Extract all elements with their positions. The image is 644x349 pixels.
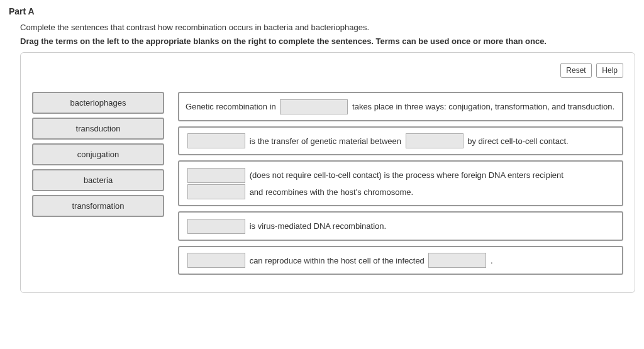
sentence-text: . — [491, 255, 493, 265]
sentence-text: and recombines with the host's chromosom… — [250, 187, 413, 196]
part-label: Part A — [9, 6, 635, 16]
drop-blank[interactable] — [280, 99, 348, 114]
sentence-5: can reproduce within the host cell of th… — [178, 246, 623, 275]
term-bacteria[interactable]: bacteria — [32, 169, 164, 191]
term-bacteriophages[interactable]: bacteriophages — [32, 92, 164, 114]
term-conjugation[interactable]: conjugation — [32, 143, 164, 165]
drop-blank[interactable] — [187, 184, 245, 199]
sentence-text: can reproduce within the host cell of th… — [250, 255, 427, 265]
term-transduction[interactable]: transduction — [32, 118, 164, 140]
sentence-text: by direct cell-to-cell contact. — [467, 136, 568, 145]
drop-blank[interactable] — [406, 133, 464, 148]
instructions: Complete the sentences that contrast how… — [20, 21, 635, 47]
sentence-text: is the transfer of genetic material betw… — [250, 136, 404, 145]
exercise-panel: Reset Help bacteriophages transduction c… — [20, 52, 635, 293]
terms-column: bacteriophages transduction conjugation … — [32, 92, 164, 221]
sentence-3: (does not require cell-to-cell contact) … — [178, 160, 623, 206]
sentence-1: Genetic recombination in takes place in … — [178, 92, 623, 121]
term-transformation[interactable]: transformation — [32, 195, 164, 217]
sentence-text: takes place in three ways: conjugation, … — [352, 102, 614, 111]
drop-blank[interactable] — [187, 219, 245, 234]
drop-blank[interactable] — [187, 253, 245, 268]
sentence-text: Genetic recombination in — [186, 102, 278, 111]
sentence-4: is virus-mediated DNA recombination. — [178, 211, 623, 241]
sentence-2: is the transfer of genetic material betw… — [178, 126, 623, 156]
sentences-column: Genetic recombination in takes place in … — [178, 92, 623, 280]
drop-blank[interactable] — [187, 133, 245, 148]
top-buttons: Reset Help — [32, 63, 623, 78]
instruction-line-2: Drag the terms on the left to the approp… — [20, 35, 635, 48]
help-button[interactable]: Help — [596, 63, 623, 78]
instruction-line-1: Complete the sentences that contrast how… — [20, 21, 635, 34]
drop-blank[interactable] — [187, 168, 245, 183]
sentence-text: is virus-mediated DNA recombination. — [250, 221, 386, 231]
reset-button[interactable]: Reset — [560, 63, 591, 78]
drop-blank[interactable] — [428, 253, 486, 268]
sentence-text: (does not require cell-to-cell contact) … — [250, 170, 564, 180]
